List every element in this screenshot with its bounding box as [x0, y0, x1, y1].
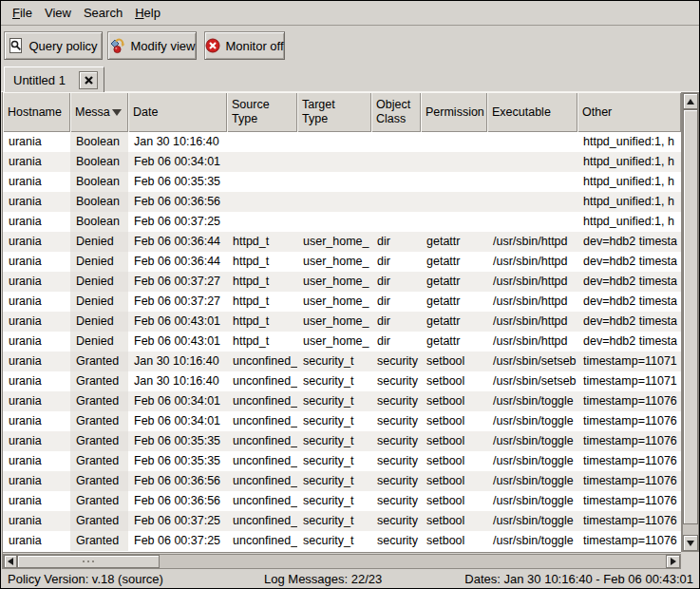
table-row[interactable]: uraniaBooleanFeb 06 00:36:56httpd_unifie… [3, 192, 681, 212]
column-header-target-type[interactable]: Target Type [297, 92, 371, 132]
table-row[interactable]: uraniaDeniedFeb 06 00:43:01httpd_tuser_h… [3, 332, 681, 352]
cell: urania [3, 451, 70, 471]
cell: timestamp=11071 [577, 371, 681, 391]
column-header-date[interactable]: Date [128, 92, 227, 132]
table-row[interactable]: uraniaDeniedFeb 06 00:37:27httpd_tuser_h… [3, 272, 681, 292]
table-row[interactable]: uraniaGrantedFeb 06 00:34:01unconfined_s… [3, 391, 681, 411]
cell: Granted [70, 431, 128, 451]
cell: /usr/sbin/toggle [487, 431, 577, 451]
sort-descending-icon [112, 109, 122, 116]
table-frame-left [2, 92, 3, 569]
cell [421, 132, 487, 152]
menubar: File View Search Help [1, 1, 699, 26]
scroll-left-button[interactable] [4, 555, 17, 568]
column-header-permission[interactable]: Permission [421, 92, 487, 132]
policy-version-text: Policy Version: v.18 (source) [8, 570, 163, 588]
column-header-label: Target Type [302, 98, 335, 126]
table-row[interactable]: uraniaDeniedFeb 06 00:43:01httpd_tuser_h… [3, 312, 681, 332]
cell: timestamp=11076 [577, 491, 681, 511]
tab-close-button[interactable] [79, 71, 98, 89]
cell: urania [3, 272, 70, 292]
cell: /usr/sbin/toggle [487, 411, 577, 431]
cell [421, 212, 487, 232]
cell: urania [3, 132, 70, 152]
table-row[interactable]: uraniaGrantedJan 30 10:16:40unconfined_s… [3, 371, 681, 391]
cell: httpd_t [227, 232, 297, 252]
up-arrow-icon [687, 99, 694, 104]
scroll-up-button[interactable] [683, 93, 698, 109]
query-policy-button[interactable]: Query policy [4, 31, 103, 60]
cell: unconfined_ [227, 471, 297, 491]
seaudit-window: File View Search Help Query policy Modif… [0, 0, 700, 589]
table-row[interactable]: uraniaBooleanFeb 06 00:35:35httpd_unifie… [3, 172, 681, 192]
tab-label: Untitled 1 [13, 73, 66, 87]
cell [421, 152, 487, 172]
tab-untitled-1[interactable]: Untitled 1 [4, 66, 104, 93]
cell: unconfined_ [227, 451, 297, 471]
column-header-object-class[interactable]: Object Class [371, 92, 421, 132]
scroll-down-button[interactable] [683, 535, 698, 551]
menu-file[interactable]: File [12, 6, 32, 20]
cell [371, 132, 421, 152]
cell: urania [3, 371, 70, 391]
table-row[interactable]: uraniaGrantedFeb 06 00:37:25unconfined_s… [3, 511, 681, 531]
table-row[interactable]: uraniaGrantedFeb 06 00:34:01unconfined_s… [3, 411, 681, 431]
cell: httpd_unified:1, h [577, 172, 681, 192]
table-row[interactable]: uraniaGrantedFeb 06 00:36:56unconfined_s… [3, 471, 681, 491]
cell: security [371, 352, 421, 371]
cell: urania [3, 212, 70, 232]
column-header-hostname[interactable]: Hostname [3, 92, 70, 132]
cell: /usr/sbin/toggle [487, 531, 577, 551]
menu-help[interactable]: Help [135, 6, 161, 20]
column-header-executable[interactable]: Executable [487, 92, 577, 132]
table-row[interactable]: uraniaGrantedFeb 06 00:35:35unconfined_s… [3, 431, 681, 451]
cell: Denied [70, 232, 128, 252]
cell [421, 192, 487, 212]
monitor-off-button[interactable]: Monitor off [204, 31, 285, 60]
table-row[interactable]: uraniaBooleanJan 30 10:16:40httpd_unifie… [3, 132, 681, 152]
cell: Granted [70, 531, 128, 551]
menu-view[interactable]: View [45, 6, 71, 20]
table-row[interactable]: uraniaBooleanFeb 06 00:37:25httpd_unifie… [3, 212, 681, 232]
table-row[interactable]: uraniaGrantedFeb 06 00:35:35unconfined_s… [3, 451, 681, 471]
cell: timestamp=11076 [577, 471, 681, 491]
modify-view-button[interactable]: Modify view [107, 31, 197, 60]
vertical-scrollbar-thumb[interactable] [683, 109, 698, 524]
scroll-right-button[interactable] [666, 555, 680, 568]
cell: security [371, 451, 421, 471]
horizontal-scrollbar[interactable] [3, 554, 681, 569]
cell: urania [3, 391, 70, 411]
statusbar: Policy Version: v.18 (source) Log Messag… [1, 570, 699, 588]
cell: dev=hdb2 timesta [577, 332, 681, 352]
menu-search[interactable]: Search [84, 6, 123, 20]
cell: unconfined_ [227, 371, 297, 391]
table-row[interactable]: uraniaGrantedFeb 06 00:37:25unconfined_s… [3, 531, 681, 551]
vertical-scrollbar[interactable] [682, 92, 699, 552]
cell [371, 172, 421, 192]
cell: Feb 06 00:37:25 [128, 212, 227, 232]
table-row[interactable]: uraniaDeniedFeb 06 00:37:27httpd_tuser_h… [3, 292, 681, 312]
cell: Feb 06 00:36:56 [128, 491, 227, 511]
cell: dev=hdb2 timesta [577, 272, 681, 292]
cell: urania [3, 152, 70, 172]
table-row[interactable]: uraniaGrantedFeb 06 00:36:56unconfined_s… [3, 491, 681, 511]
cell: Granted [70, 411, 128, 431]
cell [487, 172, 577, 192]
query-policy-icon [9, 38, 24, 53]
horizontal-scrollbar-thumb[interactable] [17, 555, 160, 568]
left-arrow-icon [8, 558, 13, 565]
column-header-other[interactable]: Other [577, 92, 681, 132]
table-row[interactable]: uraniaBooleanFeb 06 00:34:01httpd_unifie… [3, 152, 681, 172]
cell: Feb 06 00:37:27 [128, 272, 227, 292]
cell: Feb 06 00:35:35 [128, 431, 227, 451]
column-header-source-type[interactable]: Source Type [227, 92, 297, 132]
table-row[interactable]: uraniaGrantedJan 30 10:16:40unconfined_s… [3, 352, 681, 371]
cell: urania [3, 511, 70, 531]
cell: /usr/sbin/toggle [487, 471, 577, 491]
cell: getattr [421, 332, 487, 352]
cell: user_home_ [297, 232, 371, 252]
column-header-messa[interactable]: Messa [70, 92, 128, 132]
table-row[interactable]: uraniaDeniedFeb 06 00:36:44httpd_tuser_h… [3, 252, 681, 272]
cell: security [371, 371, 421, 391]
table-row[interactable]: uraniaDeniedFeb 06 00:36:44httpd_tuser_h… [3, 232, 681, 252]
